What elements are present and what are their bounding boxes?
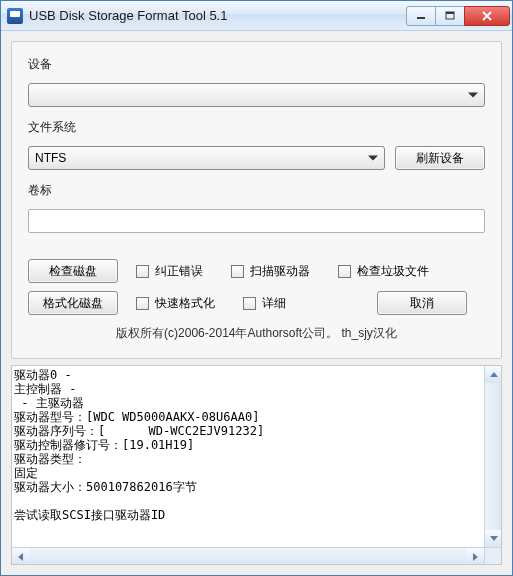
window-title: USB Disk Storage Format Tool 5.1 <box>29 8 407 23</box>
minimize-button[interactable] <box>406 6 436 26</box>
window-controls <box>407 6 510 26</box>
verbose-checkbox[interactable]: 详细 <box>243 295 286 312</box>
volume-label-input[interactable] <box>28 209 485 233</box>
volume-label-label: 卷标 <box>28 182 485 199</box>
check-disk-button[interactable]: 检查磁盘 <box>28 259 118 283</box>
check-junk-checkbox[interactable]: 检查垃圾文件 <box>338 263 429 280</box>
triangle-left-icon <box>18 553 23 561</box>
svg-rect-2 <box>446 12 454 14</box>
maximize-button[interactable] <box>435 6 465 26</box>
horizontal-scrollbar[interactable] <box>12 547 484 564</box>
quick-format-label: 快速格式化 <box>155 295 215 312</box>
scroll-track[interactable] <box>29 548 467 564</box>
checkbox-icon <box>136 297 149 310</box>
minimize-icon <box>416 12 426 20</box>
scroll-down-button[interactable] <box>485 530 502 547</box>
triangle-right-icon <box>473 553 478 561</box>
correct-errors-label: 纠正错误 <box>155 263 203 280</box>
scrollbar-corner <box>484 547 501 564</box>
client-area: 设备 文件系统 NTFS 刷新设备 卷标 检查磁 <box>1 31 512 575</box>
scroll-right-button[interactable] <box>467 548 484 565</box>
maximize-icon <box>445 11 455 20</box>
quick-format-checkbox[interactable]: 快速格式化 <box>136 295 215 312</box>
scroll-left-button[interactable] <box>12 548 29 565</box>
device-label: 设备 <box>28 56 485 73</box>
close-button[interactable] <box>464 6 510 26</box>
svg-rect-0 <box>417 17 425 19</box>
cancel-button[interactable]: 取消 <box>377 291 467 315</box>
copyright-text: 版权所有(c)2006-2014年Authorsoft公司。 th_sjy汉化 <box>28 325 485 342</box>
filesystem-combo[interactable]: NTFS <box>28 146 385 170</box>
checkbox-icon <box>243 297 256 310</box>
main-panel: 设备 文件系统 NTFS 刷新设备 卷标 检查磁 <box>11 41 502 359</box>
format-disk-button[interactable]: 格式化磁盘 <box>28 291 118 315</box>
scroll-track[interactable] <box>485 383 501 530</box>
triangle-up-icon <box>490 372 498 377</box>
chevron-down-icon <box>468 93 478 98</box>
scan-drive-checkbox[interactable]: 扫描驱动器 <box>231 263 310 280</box>
app-icon <box>7 8 23 24</box>
checkbox-icon <box>136 265 149 278</box>
log-text[interactable]: 驱动器0 - 主控制器 - - 主驱动器 驱动器型号：[WDC WD5000AA… <box>14 368 483 546</box>
correct-errors-checkbox[interactable]: 纠正错误 <box>136 263 203 280</box>
filesystem-label: 文件系统 <box>28 119 485 136</box>
app-window: USB Disk Storage Format Tool 5.1 设备 文件系统 <box>0 0 513 576</box>
check-junk-label: 检查垃圾文件 <box>357 263 429 280</box>
check-row: 检查磁盘 纠正错误 扫描驱动器 检查垃圾文件 <box>28 259 485 283</box>
titlebar[interactable]: USB Disk Storage Format Tool 5.1 <box>1 1 512 31</box>
format-row: 格式化磁盘 快速格式化 详细 取消 <box>28 291 485 315</box>
scroll-up-button[interactable] <box>485 366 502 383</box>
refresh-button[interactable]: 刷新设备 <box>395 146 485 170</box>
filesystem-combo-value: NTFS <box>35 151 66 165</box>
checkbox-icon <box>231 265 244 278</box>
device-combo[interactable] <box>28 83 485 107</box>
verbose-label: 详细 <box>262 295 286 312</box>
close-icon <box>481 11 493 21</box>
vertical-scrollbar[interactable] <box>484 366 501 547</box>
scan-drive-label: 扫描驱动器 <box>250 263 310 280</box>
log-area: 驱动器0 - 主控制器 - - 主驱动器 驱动器型号：[WDC WD5000AA… <box>11 365 502 565</box>
chevron-down-icon <box>368 156 378 161</box>
checkbox-icon <box>338 265 351 278</box>
triangle-down-icon <box>490 536 498 541</box>
